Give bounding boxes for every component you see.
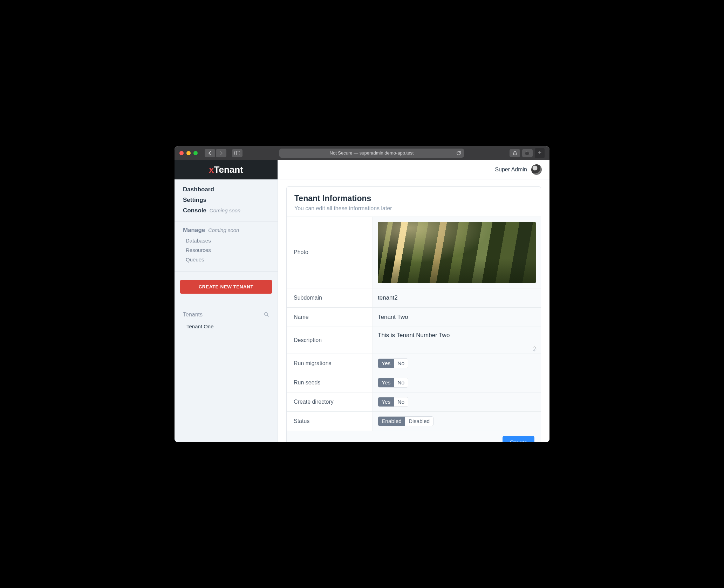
field-description: Description xyxy=(287,327,541,354)
avatar[interactable] xyxy=(531,164,542,175)
browser-right-actions: + xyxy=(510,148,545,158)
security-label: Not Secure — xyxy=(330,150,358,156)
nav-dashboard[interactable]: Dashboard xyxy=(183,184,269,195)
browser-window: Not Secure — superadmin.demo-app.test xyxy=(175,146,549,442)
toggle-yes[interactable]: Yes xyxy=(378,359,394,368)
field-status: Status Enabled Disabled xyxy=(287,411,541,431)
sidebar-toggle-button[interactable] xyxy=(232,149,243,157)
nav-manage-heading: Manage Coming soon xyxy=(175,227,278,236)
page-subtitle: You can edit all these informations late… xyxy=(294,205,533,212)
label-run-seeds: Run seeds xyxy=(287,373,373,392)
page-title: Tenant Informations xyxy=(294,194,533,203)
share-icon xyxy=(513,151,517,156)
share-button[interactable] xyxy=(510,149,520,157)
nav-queues[interactable]: Queues xyxy=(183,255,269,264)
content: Tenant Informations You can edit all the… xyxy=(278,179,549,442)
field-photo: Photo xyxy=(287,217,541,288)
reload-button[interactable] xyxy=(456,151,461,156)
toggle-enabled[interactable]: Enabled xyxy=(378,417,405,426)
primary-nav: Dashboard Settings Console Coming soon xyxy=(175,179,278,219)
label-create-directory: Create directory xyxy=(287,392,373,411)
label-run-migrations: Run migrations xyxy=(287,354,373,373)
tabs-button[interactable] xyxy=(522,149,533,157)
field-run-migrations: Run migrations Yes No xyxy=(287,354,541,373)
toggle-create-directory: Yes No xyxy=(378,397,408,407)
subdomain-input[interactable] xyxy=(378,294,536,301)
url-host: superadmin.demo-app.test xyxy=(360,150,414,156)
topbar: Super Admin xyxy=(278,160,549,179)
nav-resources[interactable]: Resources xyxy=(183,245,269,255)
label-status: Status xyxy=(287,412,373,431)
svg-line-5 xyxy=(267,315,269,317)
toggle-yes[interactable]: Yes xyxy=(378,397,394,406)
toggle-status: Enabled Disabled xyxy=(378,416,433,426)
main-area: Super Admin Tenant Informations You can … xyxy=(278,160,549,442)
chevron-left-icon xyxy=(208,151,212,155)
toggle-no[interactable]: No xyxy=(394,397,408,406)
toggle-no[interactable]: No xyxy=(394,378,408,387)
field-create-directory: Create directory Yes No xyxy=(287,392,541,411)
sidebar: xTenant Dashboard Settings Console Comin… xyxy=(175,160,278,442)
label-subdomain: Subdomain xyxy=(287,288,373,307)
tenant-form-card: Tenant Informations You can edit all the… xyxy=(286,186,541,442)
field-subdomain: Subdomain xyxy=(287,288,541,307)
coming-soon-badge: Coming soon xyxy=(210,207,240,213)
nav-manage-label: Manage xyxy=(183,227,205,233)
new-tab-button[interactable]: + xyxy=(535,148,545,158)
create-button[interactable]: Create xyxy=(503,436,534,442)
svg-rect-3 xyxy=(525,152,529,155)
divider xyxy=(175,271,278,272)
svg-rect-0 xyxy=(235,151,240,155)
tenants-list-header: Tenants xyxy=(175,308,278,321)
label-photo: Photo xyxy=(287,217,373,288)
tenants-heading-label: Tenants xyxy=(183,312,203,318)
tenants-list: Tenant One xyxy=(175,321,278,332)
manage-sublinks: Databases Resources Queues xyxy=(175,236,278,269)
card-footer: Create xyxy=(287,431,541,442)
current-user-name[interactable]: Super Admin xyxy=(495,166,527,173)
forward-button[interactable] xyxy=(216,149,226,157)
brand-x: x xyxy=(209,164,214,175)
reload-icon xyxy=(456,151,461,156)
photo-preview xyxy=(378,222,536,283)
field-run-seeds: Run seeds Yes No xyxy=(287,373,541,392)
toggle-no[interactable]: No xyxy=(394,359,408,368)
label-name: Name xyxy=(287,308,373,327)
nav-console-label: Console xyxy=(183,207,206,214)
tenant-list-item[interactable]: Tenant One xyxy=(175,321,278,332)
toggle-disabled[interactable]: Disabled xyxy=(405,417,433,426)
chevron-right-icon xyxy=(219,151,223,155)
back-button[interactable] xyxy=(205,149,215,157)
app-root: xTenant Dashboard Settings Console Comin… xyxy=(175,160,549,442)
url-bar[interactable]: Not Secure — superadmin.demo-app.test xyxy=(279,149,464,158)
window-controls xyxy=(179,151,198,155)
brand-logo[interactable]: xTenant xyxy=(175,160,278,179)
create-new-tenant-button[interactable]: CREATE NEW TENANT xyxy=(180,280,272,294)
minimize-window-button[interactable] xyxy=(186,151,191,155)
search-tenants-button[interactable] xyxy=(264,312,269,317)
photo-upload-area[interactable] xyxy=(373,217,541,288)
close-window-button[interactable] xyxy=(179,151,184,155)
tabs-icon xyxy=(525,151,530,155)
toggle-run-migrations: Yes No xyxy=(378,358,408,368)
toggle-yes[interactable]: Yes xyxy=(378,378,394,387)
divider xyxy=(175,303,278,303)
description-input[interactable] xyxy=(378,330,536,349)
browser-nav-buttons xyxy=(205,149,226,157)
name-input[interactable] xyxy=(378,314,536,321)
divider xyxy=(175,221,278,222)
nav-databases[interactable]: Databases xyxy=(183,236,269,245)
label-description: Description xyxy=(287,327,373,354)
nav-settings[interactable]: Settings xyxy=(183,195,269,205)
field-name: Name xyxy=(287,307,541,327)
zoom-window-button[interactable] xyxy=(193,151,198,155)
search-icon xyxy=(264,312,269,317)
browser-titlebar: Not Secure — superadmin.demo-app.test xyxy=(175,146,549,160)
toggle-run-seeds: Yes No xyxy=(378,378,408,388)
sidebar-icon xyxy=(234,151,240,155)
card-header: Tenant Informations You can edit all the… xyxy=(287,187,541,217)
coming-soon-badge: Coming soon xyxy=(208,227,239,233)
nav-console[interactable]: Console Coming soon xyxy=(183,205,269,216)
brand-name: Tenant xyxy=(214,164,243,175)
